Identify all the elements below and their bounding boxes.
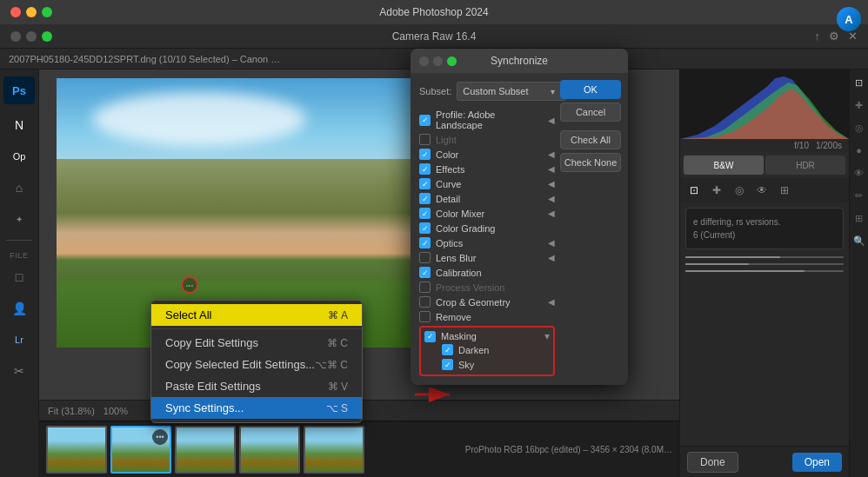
sync-item-label-color: Color xyxy=(436,149,543,160)
sync-checkbox-processversion[interactable] xyxy=(419,282,431,293)
sync-checkbox-profile[interactable]: ✓ xyxy=(419,115,431,126)
sidebar-item-newdoc[interactable]: □ xyxy=(3,263,35,291)
context-copy-selected[interactable]: Copy Selected Edit Settings... ⌥⌘ C xyxy=(151,354,362,375)
subset-select[interactable]: Custom Subset xyxy=(457,82,566,101)
sync-checkbox-colorgrading[interactable]: ✓ xyxy=(419,222,431,234)
camera-raw-bar: Camera Raw 16.4 ↑ ⚙ ✕ xyxy=(0,24,868,49)
close-button[interactable] xyxy=(10,7,21,17)
thumbnail-2[interactable]: ••• xyxy=(110,426,171,474)
sync-item-label-remove: Remove xyxy=(436,312,555,322)
slider-track-2[interactable] xyxy=(685,263,844,265)
context-sync[interactable]: Sync Settings... ⌥ S xyxy=(151,397,362,419)
sync-checkbox-effects[interactable]: ✓ xyxy=(419,163,431,175)
side-crop-icon[interactable]: ⊡ xyxy=(851,75,867,90)
traffic-lights xyxy=(10,7,52,17)
side-mask-icon[interactable]: ● xyxy=(851,142,867,158)
cr-close[interactable] xyxy=(10,31,21,42)
panel-crop-icon[interactable]: ⊡ xyxy=(685,182,703,199)
side-pencil-icon[interactable]: ✏ xyxy=(851,188,867,203)
sync-item-processversion: Process Version xyxy=(419,280,555,295)
sync-checkbox-curve[interactable]: ✓ xyxy=(419,178,431,189)
cr-maximize[interactable] xyxy=(42,31,52,42)
slider-track-3[interactable] xyxy=(685,270,844,272)
title-bar: Adobe Photoshop 2024 A xyxy=(0,0,868,24)
subset-select-wrapper: Custom Subset ▾ xyxy=(457,82,555,101)
sync-checkbox-colormixer[interactable]: ✓ xyxy=(419,208,431,219)
sync-item-profile: ✓ Profile: Adobe Landscape ◀ xyxy=(419,108,555,132)
sync-checkbox-sky[interactable]: ✓ xyxy=(442,359,453,370)
open-button[interactable]: Open xyxy=(792,453,842,472)
zoom-100[interactable]: 100% xyxy=(103,406,128,416)
thumb-menu-button[interactable]: ••• xyxy=(152,429,168,445)
panel-grid-icon[interactable]: ⊞ xyxy=(776,182,793,199)
camera-raw-title: Camera Raw 16.4 xyxy=(392,30,477,43)
sync-checkbox-light[interactable] xyxy=(419,134,431,145)
settings-icon[interactable]: ⚙ xyxy=(829,30,839,43)
maximize-button[interactable] xyxy=(42,7,52,17)
thumbnail-3[interactable] xyxy=(175,426,236,474)
more-icon[interactable]: ✕ xyxy=(848,30,858,43)
thumbnail-5[interactable] xyxy=(304,426,364,474)
cr-minimize[interactable] xyxy=(26,31,37,42)
sync-checkbox-darken[interactable]: ✓ xyxy=(442,344,453,355)
thumbnail-1[interactable] xyxy=(46,426,107,474)
context-paste[interactable]: Paste Edit Settings ⌘ V xyxy=(151,375,362,397)
sync-checkbox-lensblur[interactable] xyxy=(419,252,431,263)
sync-item-label-processversion: Process Version xyxy=(436,282,555,293)
slider-row-3 xyxy=(685,270,844,272)
masking-expand-icon[interactable]: ▾ xyxy=(544,330,550,342)
camera-raw-icons: ↑ ⚙ ✕ xyxy=(815,30,858,43)
sync-ok-button[interactable]: OK xyxy=(560,80,621,99)
tab-hdr[interactable]: HDR xyxy=(765,156,845,175)
slider-track-1[interactable] xyxy=(685,256,844,258)
sync-tl-red[interactable] xyxy=(419,56,429,66)
sidebar-item-ai[interactable]: ✦ xyxy=(3,205,35,233)
share-icon[interactable]: ↑ xyxy=(815,30,821,43)
sync-checkbox-remove[interactable] xyxy=(419,311,431,322)
side-zoom-icon[interactable]: 🔍 xyxy=(851,233,867,248)
avatar[interactable]: A xyxy=(837,7,861,31)
sync-check-all-button[interactable]: Check All xyxy=(560,130,621,149)
done-button[interactable]: Done xyxy=(687,452,738,473)
panel-eye-icon[interactable]: 👁 xyxy=(753,182,771,199)
sync-checkbox-color[interactable]: ✓ xyxy=(419,149,431,160)
sync-item-label-masking: Masking xyxy=(441,331,539,341)
histogram-svg xyxy=(680,70,849,139)
sync-checkbox-detail[interactable]: ✓ xyxy=(419,193,431,204)
thumbnail-4[interactable] xyxy=(239,426,300,474)
side-heal-icon[interactable]: ✚ xyxy=(851,97,867,113)
sync-checkbox-cropgeometry[interactable] xyxy=(419,296,431,308)
side-grid-icon[interactable]: ⊞ xyxy=(851,210,867,226)
sync-cancel-button[interactable]: Cancel xyxy=(560,103,621,122)
tab-bw[interactable]: B&W xyxy=(684,156,764,175)
sync-masking-sub: ✓ Darken ✓ Sky xyxy=(424,342,550,372)
sync-tl-yellow[interactable] xyxy=(433,56,443,66)
sync-checkbox-optics[interactable]: ✓ xyxy=(419,237,431,248)
sync-item-label-lensblur: Lens Blur xyxy=(436,253,543,263)
sync-item-remove: Remove xyxy=(419,309,555,324)
sync-checkbox-calibration[interactable]: ✓ xyxy=(419,267,431,278)
sidebar-item-new[interactable]: N xyxy=(3,111,35,139)
slider-row-2 xyxy=(685,263,844,265)
sidebar-item-lightroom[interactable]: Lr xyxy=(3,326,35,354)
sync-tl-green[interactable] xyxy=(447,56,457,66)
sync-arrow-profile: ◀ xyxy=(548,116,555,125)
context-copy-edit[interactable]: Copy Edit Settings ⌘ C xyxy=(151,332,362,354)
panel-mask-icon[interactable]: ◎ xyxy=(731,182,748,199)
select-all-shortcut: ⌘ A xyxy=(328,309,348,321)
sidebar-item-user[interactable]: 👤 xyxy=(3,295,35,322)
sidebar-item-home[interactable]: ⌂ xyxy=(3,174,35,202)
sync-check-none-button[interactable]: Check None xyxy=(560,153,621,172)
side-eye-icon[interactable]: 👁 xyxy=(851,165,867,181)
three-dot-circle: ••• xyxy=(181,276,198,294)
zoom-fit[interactable]: Fit (31.8%) xyxy=(48,406,95,416)
side-select-icon[interactable]: ◎ xyxy=(851,120,867,136)
sync-checkbox-masking[interactable]: ✓ xyxy=(424,331,436,342)
arrow-indicator xyxy=(413,381,457,407)
sidebar-item-open[interactable]: Op xyxy=(3,142,35,170)
main-area: Ps N Op ⌂ ✦ FILE □ 👤 Lr ✂ Fit (31.8%) 10… xyxy=(0,70,868,477)
context-select-all[interactable]: Select All ⌘ A xyxy=(151,304,362,326)
sidebar-item-cut[interactable]: ✂ xyxy=(3,357,35,385)
panel-heal-icon[interactable]: ✚ xyxy=(708,182,725,199)
minimize-button[interactable] xyxy=(26,7,37,17)
